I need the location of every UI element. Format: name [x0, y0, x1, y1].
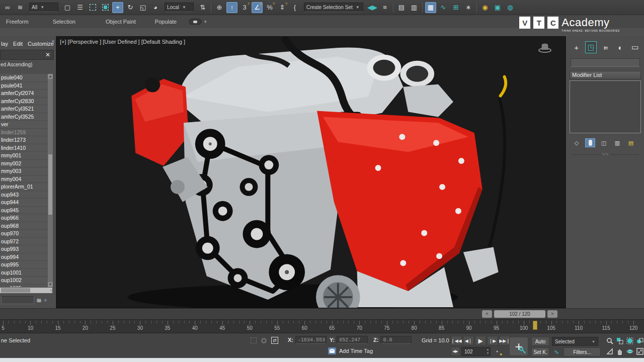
perspective-viewport[interactable]: [+] [Perspective ] [User Defined ] [Defa… — [56, 36, 566, 308]
set-keys-button[interactable]: + — [509, 337, 528, 356]
scene-object-item[interactable]: oup1002 — [0, 277, 48, 285]
key-mode-toggle-icon[interactable]: ◀▶ — [451, 347, 460, 356]
curve-editor-icon[interactable]: ∿ — [438, 2, 449, 13]
spinner-snap-toggle-icon[interactable]: ⇕? — [277, 2, 288, 13]
current-frame-field[interactable]: 102 ▲▼ — [461, 347, 491, 356]
tab-create[interactable]: + — [571, 41, 582, 53]
scene-object-item[interactable]: oup1005 — [0, 285, 48, 288]
scene-object-item[interactable]: oup1001 — [0, 269, 48, 277]
menu-edit[interactable]: Edit — [13, 41, 23, 47]
absolute-offset-mode-icon[interactable]: ⇄ — [271, 337, 278, 344]
menu-display[interactable]: lay — [1, 41, 8, 47]
window-crossing-toggle-icon[interactable] — [100, 2, 111, 13]
footer-close-icon[interactable]: ✕ — [44, 298, 47, 303]
remove-modifier-icon[interactable]: ▥ — [612, 138, 622, 147]
particle-view-icon[interactable]: ∗ — [463, 2, 474, 13]
scene-object-item[interactable]: oup968 — [0, 222, 48, 230]
scene-object-item[interactable]: amferCyl3525 — [0, 113, 48, 121]
scene-object-item[interactable]: oup966 — [0, 214, 48, 222]
maximize-viewport-icon[interactable] — [635, 346, 644, 356]
modifier-list-dropdown[interactable]: Modifier List — [570, 71, 641, 79]
selection-lock-icon[interactable] — [251, 337, 257, 343]
scroll-right-icon[interactable]: › — [50, 288, 52, 293]
scrollbar-thumb[interactable] — [48, 154, 52, 215]
schematic-view-icon[interactable]: ⊞ — [450, 2, 461, 13]
menu-customize[interactable]: Customize — [28, 41, 54, 47]
chevron-down-icon[interactable]: ▼ — [203, 20, 207, 24]
time-configuration-icon[interactable]: ◔● — [492, 347, 501, 356]
render-production-icon[interactable]: ◍ — [505, 2, 516, 13]
sort-header[interactable]: ed Ascending) — [0, 61, 56, 68]
scene-object-item[interactable]: amferCyl2074 — [0, 89, 48, 98]
viewport-label[interactable]: [+] [Perspective ] [User Defined ] [Defa… — [60, 39, 185, 45]
show-end-result-icon[interactable] — [585, 138, 595, 147]
angle-snap-toggle-icon[interactable]: ∠? — [252, 2, 263, 13]
toggle-scene-explorer-icon[interactable]: ▤ — [396, 2, 407, 13]
scene-search-input[interactable]: ✕ — [0, 50, 54, 60]
scene-object-item[interactable]: ver — [0, 121, 48, 129]
populate-flyout-button[interactable] — [189, 19, 202, 25]
select-and-rotate-icon[interactable]: ↻ — [125, 2, 136, 13]
set-key-button[interactable]: Set K. — [531, 347, 549, 356]
zoom-all-icon[interactable] — [615, 336, 624, 346]
select-and-scale-icon[interactable]: ◱ — [137, 2, 148, 13]
scene-object-item[interactable]: oup943 — [0, 191, 48, 199]
select-object-icon[interactable]: ▢ — [62, 2, 73, 13]
orbit-icon[interactable] — [625, 346, 634, 356]
zoom-extents-all-icon[interactable] — [635, 336, 644, 346]
render-setup-icon[interactable]: ◉ — [479, 2, 491, 13]
field-of-view-icon[interactable] — [605, 346, 614, 356]
scene-object-item[interactable]: psule041 — [0, 82, 48, 90]
scene-object-item[interactable]: linder1259 — [0, 129, 48, 137]
pin-stack-icon[interactable]: ◇ — [572, 138, 582, 147]
snaps-toggle-3d-icon[interactable]: 3? — [239, 2, 250, 13]
play-button[interactable]: ▶ — [475, 336, 486, 345]
rendered-frame-window-icon[interactable]: ▣ — [492, 2, 503, 13]
scene-object-item[interactable]: oup993 — [0, 245, 48, 253]
make-unique-icon[interactable]: ◫ — [599, 138, 609, 147]
previous-frame-step-button[interactable]: ◀❘ — [463, 336, 474, 345]
scene-object-item[interactable]: linder1410 — [0, 144, 48, 152]
scene-object-item[interactable]: oup945 — [0, 207, 48, 215]
pan-hand-icon[interactable] — [615, 346, 624, 356]
x-coordinate-field[interactable]: -1634.553 — [295, 336, 327, 344]
ribbon-tab-freeform[interactable]: Freeform — [1, 19, 34, 25]
select-by-name-icon[interactable]: ☰ — [74, 2, 86, 13]
select-and-link-icon[interactable]: ∞ — [2, 2, 13, 13]
scene-object-item[interactable]: plorerArm_01 — [0, 183, 48, 191]
keyboard-shortcut-override-icon[interactable]: ↑ — [226, 2, 237, 13]
selection-lock-toggle-icon[interactable] — [261, 338, 267, 343]
next-frame-step-button[interactable]: ❘▶ — [487, 336, 498, 345]
tab-motion[interactable]: ◐ — [615, 41, 626, 53]
reference-coordinate-dropdown[interactable]: Local▼ — [165, 3, 194, 12]
zoom-extents-icon[interactable] — [625, 336, 634, 346]
mirror-icon[interactable]: ◀▶ — [367, 2, 378, 13]
scene-object-item[interactable]: oup995 — [0, 261, 48, 269]
toggle-ribbon-icon[interactable]: ▦ — [425, 2, 436, 13]
ribbon-tab-populate[interactable]: Populate — [150, 19, 182, 25]
next-frame-button[interactable]: > — [547, 310, 557, 318]
horizontal-scrollbar[interactable]: › — [0, 288, 52, 293]
scene-object-item[interactable]: linder1273 — [0, 136, 48, 144]
tab-modify[interactable]: ◳ — [585, 41, 597, 53]
zoom-icon[interactable] — [605, 336, 614, 346]
scene-object-item[interactable]: oup972 — [0, 238, 48, 246]
scene-object-item[interactable]: mmy002 — [0, 160, 48, 168]
scene-object-item[interactable]: mmy003 — [0, 167, 48, 175]
scene-object-item[interactable]: oup994 — [0, 253, 48, 261]
key-filters-selected-dropdown[interactable]: Selected ▼ — [552, 337, 598, 346]
previous-frame-button[interactable]: < — [482, 310, 492, 318]
select-and-place-icon[interactable]: ◕ — [150, 2, 161, 13]
clear-search-icon[interactable]: ✕ — [42, 51, 53, 58]
y-coordinate-field[interactable]: 652.247 — [337, 336, 368, 344]
edit-named-selection-icon[interactable]: { — [289, 2, 300, 13]
teapot-icon[interactable] — [537, 42, 552, 55]
use-pivot-point-center-icon[interactable]: ⇅ — [197, 2, 208, 13]
selection-filter-dropdown[interactable]: All▼ — [29, 3, 58, 12]
frame-spinner[interactable]: ▲▼ — [487, 348, 489, 355]
z-coordinate-field[interactable]: 0.0 — [380, 336, 412, 344]
footer-field[interactable] — [1, 296, 34, 304]
vertical-scrollbar[interactable]: ▲ ▼ — [48, 74, 53, 287]
toggle-layer-explorer-icon[interactable]: ▥ — [409, 2, 420, 13]
object-name-field[interactable] — [571, 58, 640, 67]
